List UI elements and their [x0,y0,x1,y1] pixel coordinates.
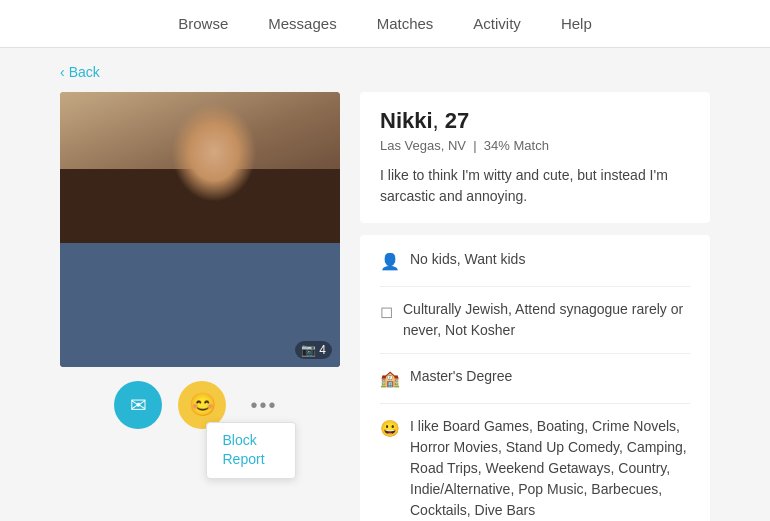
religion-icon: ◻ [380,300,393,324]
photo-icon: 📷 [301,343,316,357]
religion-row: ◻ Culturally Jewish, Attend synagogue ra… [380,299,690,341]
location-text: Las Vegas, NV [380,138,466,153]
block-report-dropdown: Block Report [206,422,296,479]
education-row: 🏫 Master's Degree [380,366,690,391]
main-nav: Browse Messages Matches Activity Help [0,0,770,48]
block-link[interactable]: Block [223,431,279,451]
divider-3 [380,403,690,404]
nav-messages[interactable]: Messages [268,15,336,32]
profile-name-age: Nikki, 27 [380,108,690,134]
nav-help[interactable]: Help [561,15,592,32]
education-text: Master's Degree [410,366,690,387]
more-button[interactable]: ••• [242,390,285,421]
photo-count-value: 4 [319,343,326,357]
more-menu-container: ••• Block Report [242,390,285,421]
nav-browse[interactable]: Browse [178,15,228,32]
kids-row: 👤 No kids, Want kids [380,249,690,274]
message-icon: ✉ [130,393,147,417]
profile-area: 📷 4 ✉ 😊 ••• Block Repor [60,92,710,521]
religion-text: Culturally Jewish, Attend synagogue rare… [403,299,690,341]
back-arrow-icon: ‹ [60,64,65,80]
action-buttons: ✉ 😊 ••• Block Report [114,381,285,429]
interests-icon: 😀 [380,417,400,441]
profile-name: Nikki [380,108,433,133]
match-percent: 34% Match [484,138,549,153]
divider-1 [380,286,690,287]
nav-activity[interactable]: Activity [473,15,521,32]
education-icon: 🏫 [380,367,400,391]
more-icon: ••• [250,394,277,416]
profile-location: Las Vegas, NV | 34% Match [380,138,690,153]
kids-text: No kids, Want kids [410,249,690,270]
back-label: Back [69,64,100,80]
divider-2 [380,353,690,354]
nav-matches[interactable]: Matches [377,15,434,32]
interests-row: 😀 I like Board Games, Boating, Crime Nov… [380,416,690,521]
report-link[interactable]: Report [223,450,279,470]
profile-age: 27 [445,108,469,133]
message-button[interactable]: ✉ [114,381,162,429]
kids-icon: 👤 [380,250,400,274]
left-column: 📷 4 ✉ 😊 ••• Block Repor [60,92,340,429]
wink-icon: 😊 [189,392,216,418]
photo-image [60,92,340,367]
back-link[interactable]: ‹ Back [60,64,100,80]
profile-bio: I like to think I'm witty and cute, but … [380,165,690,207]
profile-info-card: Nikki, 27 Las Vegas, NV | 34% Match I li… [360,92,710,223]
page-content: ‹ Back 📷 4 ✉ 😊 [0,48,770,521]
right-column: Nikki, 27 Las Vegas, NV | 34% Match I li… [360,92,710,521]
profile-details-card: 👤 No kids, Want kids ◻ Culturally Jewish… [360,235,710,521]
photo-count: 📷 4 [295,341,332,359]
interests-text: I like Board Games, Boating, Crime Novel… [410,416,690,521]
profile-photo: 📷 4 [60,92,340,367]
